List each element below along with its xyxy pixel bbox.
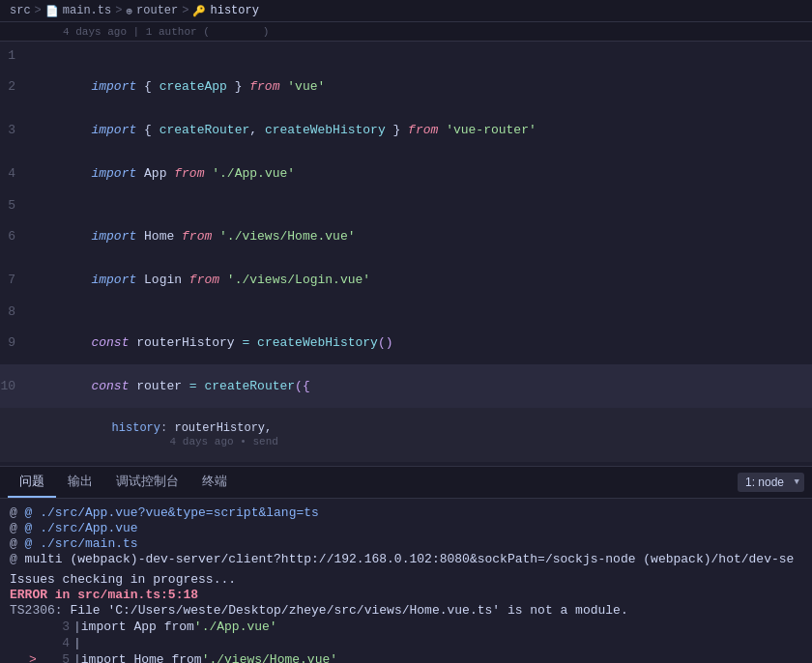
err1-ctx-line-4: 4 | [29,636,802,650]
code-line-9: 9 const routerHistory = createWebHistory… [0,321,812,364]
tab-issues[interactable]: 问题 [8,467,56,498]
code-lines: 1 2 import { createApp } from 'vue' 3 im… [0,42,812,466]
line-content: history: routerHistory, 4 days ago • sen… [27,408,278,462]
line-content: import App from './App.vue' [27,152,295,195]
code-line-10: 10 const router = createRouter({ [0,364,812,408]
line-content: const routerHistory = createWebHistory() [27,321,393,364]
tab-output[interactable]: 输出 [56,467,104,498]
line-content: import { createRouter, createWebHistory … [27,108,536,152]
node-select-wrapper[interactable]: 1: node [738,473,804,492]
breadcrumb-src[interactable]: src [10,4,31,17]
term-path-4: @ multi (webpack)-dev-server/client?http… [10,552,802,566]
key-icon: 🔑 [192,5,206,17]
line-number: 6 [0,229,27,244]
line-number: 5 [0,198,27,213]
line-number: 9 [0,335,27,350]
terminal-area: @ @ ./src/App.vue?vue&type=script&lang=t… [0,499,812,663]
blank-line [10,567,802,571]
breadcrumb-router[interactable]: router [136,4,178,17]
line-content: import Login from './views/Login.vue' [27,258,370,302]
tab-terminal[interactable]: 终端 [190,467,239,498]
code-line-6: 6 import Home from './views/Home.vue' [0,215,812,258]
router-icon: ⊕ [126,5,132,17]
line-content: const router = createRouter({ [27,364,310,408]
code-line-7: 7 import Login from './views/Login.vue' [0,258,812,302]
line-number: 8 [0,304,27,319]
err1-ctx-line-5: > 5 | import Home from './views/Home.vue… [29,652,802,663]
blame-bar: 4 days ago | 1 author ( ) [0,22,812,42]
breadcrumb-sep1: > [35,4,42,17]
line-number: 10 [0,379,27,393]
term-path-2: @ @ ./src/App.vue [10,521,802,535]
err1-ctx-line-3: 3 | import App from './App.vue' [29,620,802,634]
line-content: import Home from './views/Home.vue' [27,215,356,258]
line-number: 3 [0,123,27,137]
code-editor: 1 2 import { createApp } from 'vue' 3 im… [0,42,812,467]
panel-controls: 1: node [738,473,804,492]
error-1-ts: TS2306: File 'C:/Users/weste/Desktop/zhe… [10,603,802,618]
code-line-2: 2 import { createApp } from 'vue' [0,65,812,108]
code-line-5: 5 [0,195,812,215]
blame-text: 4 days ago | 1 author ( ) [10,26,269,38]
code-line-3: 3 import { createRouter, createWebHistor… [0,108,812,152]
breadcrumb-sep2: > [115,4,122,17]
breadcrumb-sep3: > [182,4,188,17]
line-number: 4 [0,166,27,181]
term-path-1: @ @ ./src/App.vue?vue&type=script&lang=t… [10,505,802,520]
error-1-label: ERROR in src/main.ts:5:18 [10,588,802,602]
line-number: 2 [0,79,27,94]
breadcrumb-history[interactable]: history [210,4,258,17]
code-line-4: 4 import App from './App.vue' [0,152,812,195]
file-icon: 📄 [45,5,59,17]
line-number: 7 [0,273,27,287]
issues-progress: Issues checking in progress... [10,572,802,587]
panel-tabs: 问题 输出 调试控制台 终端 1: node [0,467,812,499]
tab-debug[interactable]: 调试控制台 [104,467,190,498]
code-line-1: 1 [0,45,812,65]
node-selector[interactable]: 1: node [738,473,804,492]
line-content: import { createApp } from 'vue' [27,65,325,108]
code-line-11: history: routerHistory, 4 days ago • sen… [0,408,812,462]
code-line-8: 8 [0,302,812,321]
line-number: 1 [0,48,27,63]
breadcrumb: src > 📄 main.ts > ⊕ router > 🔑 history [0,0,812,22]
term-path-3: @ @ ./src/main.ts [10,536,802,551]
breadcrumb-file[interactable]: main.ts [63,4,111,17]
